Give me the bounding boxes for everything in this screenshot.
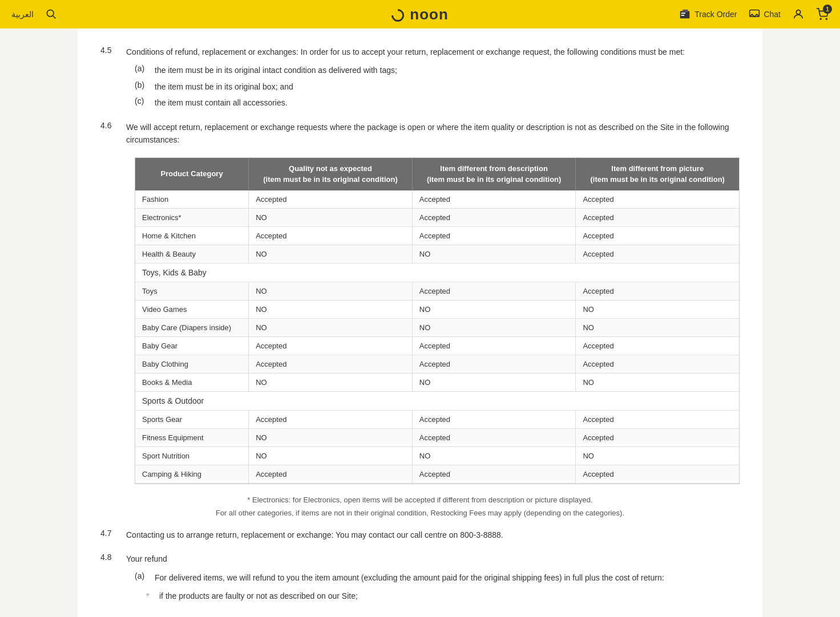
product-category-cell: Health & Beauty: [135, 245, 249, 263]
track-order-nav[interactable]: Track Order: [679, 8, 737, 21]
value-cell: NO: [412, 318, 576, 336]
value-cell: Accepted: [249, 465, 413, 483]
section-text-4-7: Contacting us to arrange return, replace…: [126, 529, 740, 541]
table-row: Fitness EquipmentNOAcceptedAccepted: [135, 428, 739, 446]
value-cell: NO: [249, 318, 413, 336]
arabic-language-toggle[interactable]: العربية: [11, 10, 34, 19]
sub-item-text-b: the item must be in its original box; an…: [155, 80, 293, 93]
product-category-cell: Fitness Equipment: [135, 428, 249, 446]
bullet-symbol: ◦: [146, 590, 155, 602]
col-header-product-category: Product Category: [135, 158, 249, 190]
section-number-4-7: 4.7: [100, 529, 120, 541]
section-4-5: 4.5 Conditions of refund, replacement or…: [100, 46, 740, 109]
col-header-different-description: Item different from description(item mus…: [412, 158, 576, 190]
value-cell: Accepted: [412, 410, 576, 428]
value-cell: Accepted: [249, 336, 413, 355]
value-cell: Accepted: [412, 465, 576, 483]
section-text-4-5: Conditions of refund, replacement or exc…: [126, 46, 740, 58]
value-cell: NO: [412, 245, 576, 263]
cart-count-badge: 1: [823, 5, 832, 14]
search-icon[interactable]: [45, 8, 56, 21]
svg-line-1: [53, 15, 56, 18]
value-cell: NO: [412, 446, 576, 465]
svg-rect-5: [681, 15, 685, 16]
section-4-7: 4.7 Contacting us to arrange return, rep…: [100, 529, 740, 541]
value-cell: Accepted: [576, 282, 739, 300]
table-footnote-2: For all other categories, if items are n…: [100, 509, 740, 517]
col-header-different-picture: Item different from picture(item must be…: [576, 158, 739, 190]
product-category-cell: Video Games: [135, 300, 249, 318]
section-4-6: 4.6 We will accept return, replacement o…: [100, 121, 740, 517]
sub-item-label-4-8-a: (a): [135, 571, 149, 584]
cart-nav[interactable]: 1: [816, 8, 829, 21]
svg-point-9: [826, 18, 827, 19]
track-order-icon: [679, 8, 692, 21]
product-category-cell: Books & Media: [135, 373, 249, 391]
product-category-cell: Home & Kitchen: [135, 226, 249, 245]
table-row: Sports GearAcceptedAcceptedAccepted: [135, 410, 739, 428]
bullet-item-faulty: ◦ if the products are faulty or not as d…: [146, 590, 740, 602]
product-category-cell: Sport Nutrition: [135, 446, 249, 465]
main-content: 4.5 Conditions of refund, replacement or…: [78, 29, 762, 617]
chat-icon: [748, 8, 761, 21]
sub-item-text-4-8-a: For delivered items, we will refund to y…: [155, 571, 664, 584]
value-cell: NO: [249, 373, 413, 391]
col-header-quality: Quality not as expected(item must be in …: [249, 158, 413, 190]
value-cell: NO: [576, 318, 739, 336]
value-cell: NO: [249, 300, 413, 318]
table-header-row: Product Category Quality not as expected…: [135, 158, 739, 190]
section-4-8-subitems: (a) For delivered items, we will refund …: [135, 571, 740, 584]
product-category-cell: Fashion: [135, 190, 249, 209]
sub-item-label-a: (a): [135, 64, 149, 76]
table-row: Sport NutritionNONONO: [135, 446, 739, 465]
section-text-4-8: Your refund: [126, 553, 740, 565]
section-4-5-subitems: (a) the item must be in its original int…: [135, 64, 740, 109]
product-category-cell: Baby Care (Diapers inside): [135, 318, 249, 336]
value-cell: Accepted: [576, 190, 739, 209]
value-cell: Accepted: [249, 410, 413, 428]
chat-nav[interactable]: Chat: [748, 8, 781, 21]
value-cell: Accepted: [249, 226, 413, 245]
account-nav[interactable]: [792, 8, 805, 21]
value-cell: Accepted: [412, 226, 576, 245]
value-cell: Accepted: [576, 465, 739, 483]
header-left: العربية: [11, 8, 56, 21]
product-category-cell: Electronics*: [135, 208, 249, 226]
svg-point-8: [820, 18, 821, 19]
value-cell: Accepted: [576, 226, 739, 245]
value-cell: Accepted: [249, 355, 413, 373]
value-cell: NO: [249, 428, 413, 446]
sub-item-label-b: (b): [135, 80, 149, 93]
value-cell: NO: [249, 245, 413, 263]
sub-item-c: (c) the item must contain all accessorie…: [135, 96, 740, 109]
table-row: Video GamesNONONO: [135, 300, 739, 318]
table-row: Health & BeautyNONOAccepted: [135, 245, 739, 263]
svg-rect-3: [683, 10, 688, 13]
value-cell: NO: [576, 446, 739, 465]
table-row: Toys, Kids & Baby: [135, 263, 739, 282]
value-cell: NO: [249, 446, 413, 465]
table-footnote-1: * Electronics: for Electronics, open ite…: [100, 496, 740, 504]
table-row: Home & KitchenAcceptedAcceptedAccepted: [135, 226, 739, 245]
value-cell: Accepted: [249, 190, 413, 209]
table-row: Sports & Outdoor: [135, 391, 739, 410]
sub-item-text-a: the item must be in its original intact …: [155, 64, 397, 76]
section-4-8: 4.8 Your refund (a) For delivered items,…: [100, 553, 740, 602]
category-label: Toys, Kids & Baby: [135, 263, 739, 282]
value-cell: Accepted: [576, 428, 739, 446]
table-row: ToysNOAcceptedAccepted: [135, 282, 739, 300]
product-category-cell: Camping & Hiking: [135, 465, 249, 483]
value-cell: Accepted: [576, 208, 739, 226]
table-row: Baby GearAcceptedAcceptedAccepted: [135, 336, 739, 355]
returns-table-container: Product Category Quality not as expected…: [135, 157, 740, 484]
product-category-cell: Sports Gear: [135, 410, 249, 428]
sub-item-label-c: (c): [135, 96, 149, 109]
value-cell: Accepted: [412, 336, 576, 355]
value-cell: Accepted: [412, 282, 576, 300]
value-cell: Accepted: [412, 190, 576, 209]
site-logo[interactable]: noon: [391, 6, 449, 23]
svg-point-0: [47, 10, 54, 17]
table-row: Camping & HikingAcceptedAcceptedAccepted: [135, 465, 739, 483]
value-cell: NO: [249, 282, 413, 300]
value-cell: Accepted: [576, 410, 739, 428]
